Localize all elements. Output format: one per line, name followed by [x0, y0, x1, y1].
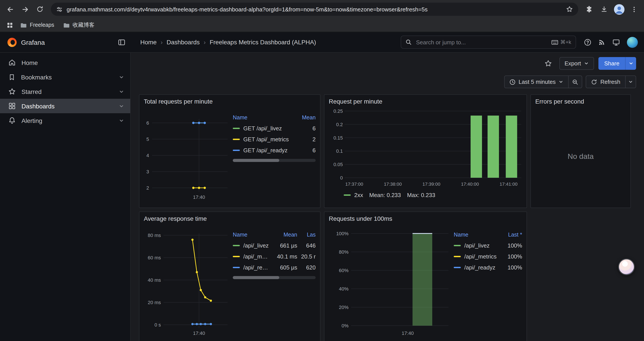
zoom-out-icon [572, 79, 578, 85]
series-label[interactable]: GET /api/_readyz [243, 147, 288, 154]
bookmark-star-icon[interactable] [566, 6, 573, 13]
svg-text:0 s: 0 s [154, 322, 161, 327]
clock-icon [510, 79, 516, 85]
chevron-down-icon[interactable] [119, 103, 124, 109]
rss-icon[interactable] [598, 39, 606, 46]
forward-button[interactable] [18, 3, 32, 16]
series-label[interactable]: GET /api/_metrics [243, 136, 289, 143]
total-requests-chart[interactable]: 6543217:40 [142, 106, 228, 202]
panel-total-requests: Total requests per minute 6543217:40 Nam… [139, 94, 320, 208]
under-100ms-chart[interactable]: 100%80%60%40%20%0%17:40 [326, 223, 449, 336]
panel-title[interactable]: Requests under 100ms [324, 212, 526, 223]
extensions-button[interactable] [582, 3, 596, 16]
browser-menu-button[interactable] [627, 3, 640, 16]
sidebar-item-dashboards[interactable]: Dashboards [0, 99, 130, 113]
svg-text:60 ms: 60 ms [148, 255, 161, 260]
series-label[interactable]: /api/_livez [464, 242, 490, 249]
reload-button[interactable] [33, 3, 46, 16]
series-color-dash [454, 267, 461, 268]
legend-name-cell[interactable]: GET /api/_livez [233, 125, 290, 132]
apps-grid-button[interactable] [4, 19, 15, 31]
address-bar[interactable]: grafana.mathmast.com/d/deytv4rwavabkb/fr… [51, 3, 578, 16]
chevron-down-icon [559, 80, 564, 84]
bookmark-label: Freeleaps [30, 22, 54, 28]
breadcrumb-item[interactable]: Dashboards [166, 39, 200, 46]
legend-row: /api/_metrics40.1 ms20.5 r [233, 251, 316, 262]
legend-column-header[interactable]: Name [233, 114, 290, 121]
legend-name-cell[interactable]: /api/_metrics [233, 253, 270, 260]
series-label[interactable]: /api/_readyz [464, 264, 496, 271]
browser-profile-avatar[interactable] [612, 3, 626, 16]
back-button[interactable] [4, 3, 17, 16]
export-button[interactable]: Export [559, 57, 594, 70]
favorite-star-button[interactable] [542, 57, 555, 70]
series-label[interactable]: /api/_metrics [243, 253, 270, 260]
bookmark-folder-freeleaps[interactable]: Freeleaps [16, 21, 58, 30]
sidebar-item-alerting[interactable]: Alerting [0, 113, 130, 128]
bookmark-folder-blogs[interactable]: 收藏博客 [59, 20, 98, 30]
share-dropdown-button[interactable] [625, 57, 636, 70]
legend-name-cell[interactable]: /api/_readyz [233, 264, 270, 271]
series-label[interactable]: /api/_livez [243, 242, 269, 249]
brand-name: Grafana [21, 38, 45, 46]
legend-name-cell[interactable]: /api/_livez [233, 242, 270, 249]
legend-series[interactable]: 2xx [344, 192, 363, 198]
sidebar-item-starred[interactable]: Starred [0, 84, 130, 99]
downloads-button[interactable] [598, 3, 611, 16]
panel-title[interactable]: Request per minute [324, 95, 526, 106]
bell-icon [8, 117, 16, 124]
sidebar-item-bookmarks[interactable]: Bookmarks [0, 70, 130, 84]
time-range-button[interactable]: Last 5 minutes [504, 76, 569, 88]
bookmarks-bar: Freeleaps 收藏博客 [0, 19, 644, 32]
legend-name-cell[interactable]: GET /api/_metrics [233, 136, 290, 143]
panel-title[interactable]: Errors per second [531, 95, 630, 106]
scrollbar-thumb[interactable] [233, 276, 279, 279]
brand-zone: Grafana [0, 38, 131, 47]
monitor-icon[interactable] [612, 38, 620, 46]
search-input[interactable] [415, 38, 548, 46]
floating-assistant-avatar[interactable] [618, 258, 635, 275]
zoom-out-button[interactable] [569, 76, 582, 88]
legend-name-cell[interactable]: /api/_livez [454, 242, 497, 249]
panel-title[interactable]: Average response time [140, 212, 320, 223]
refresh-interval-dropdown[interactable] [626, 76, 636, 88]
share-button[interactable]: Share [599, 57, 625, 70]
legend-table: NameLast */api/_livez100%/api/_metrics10… [449, 223, 523, 341]
grafana-logo[interactable] [8, 38, 17, 47]
legend-column-header[interactable]: Las [297, 231, 316, 238]
scrollbar-thumb[interactable] [233, 159, 279, 162]
legend-column-header[interactable]: Mean [290, 114, 316, 121]
bookmark-label: 收藏博客 [72, 21, 94, 29]
export-label: Export [564, 60, 581, 67]
legend-name-cell[interactable]: /api/_metrics [454, 253, 497, 260]
breadcrumb-item[interactable]: Home [140, 39, 157, 46]
legend-name-cell[interactable]: /api/_readyz [454, 264, 497, 271]
legend-column-header[interactable]: Last * [497, 231, 522, 238]
refresh-button[interactable]: Refresh [586, 76, 626, 88]
series-label[interactable]: /api/_readyz [243, 264, 270, 271]
chart-zone: 6543217:40 [142, 106, 228, 206]
site-settings-icon[interactable] [56, 6, 63, 13]
legend-scrollbar[interactable] [233, 159, 316, 162]
request-per-minute-chart[interactable]: 0.250.20.150.10.05017:37:0017:38:0017:39… [327, 107, 523, 189]
average-response-chart[interactable]: 80 ms60 ms40 ms20 ms0 s17:40 [142, 223, 228, 336]
sidebar-toggle-icon[interactable] [118, 38, 126, 46]
legend-column-header[interactable]: Name [233, 231, 270, 238]
search-box[interactable]: ⌘+k [401, 36, 576, 49]
legend-column-header[interactable]: Name [454, 231, 497, 238]
breadcrumb-item[interactable]: Freeleaps Metrics Dashboard (ALPHA) [210, 39, 316, 46]
legend-column-header[interactable]: Mean [270, 231, 297, 238]
user-avatar[interactable] [627, 37, 638, 48]
panel-title[interactable]: Total requests per minute [140, 95, 320, 106]
series-label[interactable]: GET /api/_livez [243, 125, 282, 132]
help-icon[interactable] [584, 38, 592, 46]
chevron-down-icon[interactable] [119, 89, 124, 94]
chevron-down-icon[interactable] [119, 118, 124, 123]
sidebar-item-home[interactable]: Home [0, 55, 130, 70]
series-color-dash [233, 128, 240, 129]
legend-name-cell[interactable]: GET /api/_readyz [233, 147, 290, 154]
url-text[interactable]: grafana.mathmast.com/d/deytv4rwavabkb/fr… [67, 6, 562, 13]
series-label[interactable]: /api/_metrics [464, 253, 496, 260]
legend-scrollbar[interactable] [233, 276, 316, 279]
chevron-down-icon[interactable] [119, 74, 124, 80]
